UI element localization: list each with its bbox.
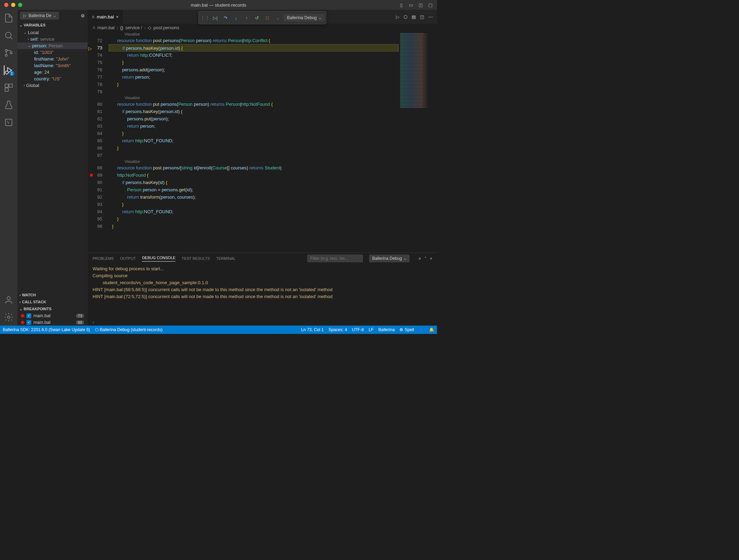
debug-session-select[interactable]: Ballerina Debug⌵ xyxy=(369,255,410,262)
sb-encoding[interactable]: UTF-8 xyxy=(352,327,364,332)
breadcrumb[interactable]: ⑃ main.bal› {} service /› ◇ post:persons xyxy=(88,24,437,32)
activity-bar: 1 xyxy=(0,10,17,326)
layout-icon-2[interactable]: ▭ xyxy=(408,2,414,8)
layout-icon-3[interactable]: ◫ xyxy=(418,2,424,8)
svg-point-1 xyxy=(5,49,7,51)
scope-local[interactable]: ⌄Local xyxy=(17,29,88,36)
gear-icon[interactable]: ⚙ xyxy=(81,13,85,18)
continue-button[interactable]: ▷| xyxy=(210,13,220,23)
filter-input[interactable] xyxy=(307,255,363,262)
ballerina-icon[interactable] xyxy=(4,118,14,127)
var-id[interactable]: id: "1003" xyxy=(17,49,88,56)
run-icon[interactable]: ▷ xyxy=(396,14,399,19)
codelens-visualize[interactable]: Visualize xyxy=(109,32,399,37)
breakpoint-file: main.bal xyxy=(33,320,50,325)
explorer-icon[interactable] xyxy=(4,13,14,23)
execution-pointer-icon: ▷ xyxy=(88,45,92,52)
variables-section-header[interactable]: ⌄Variables xyxy=(17,22,88,29)
stop-button[interactable]: □ xyxy=(263,13,272,23)
code-editor[interactable]: Visualize resource function post persons… xyxy=(109,32,399,253)
var-firstName[interactable]: firstName: "John" xyxy=(17,56,88,62)
step-out-button[interactable]: ↑ xyxy=(242,13,252,23)
debug-toolbar[interactable]: ⋮⋮ ▷| ↷ ↓ ↑ ↺ □ ⌵ Ballerina Debug⌵ xyxy=(198,11,326,24)
debug-console-input[interactable]: › xyxy=(88,319,437,326)
codelens-visualize[interactable]: Visualize xyxy=(109,95,399,101)
source-control-icon[interactable] xyxy=(4,48,14,58)
layout-icon[interactable]: ▤ xyxy=(412,14,416,19)
sb-position[interactable]: Ln 73, Col 1 xyxy=(301,327,324,332)
scope-global[interactable]: ›Global xyxy=(17,82,88,89)
maximize-window[interactable] xyxy=(18,3,22,7)
codelens-visualize[interactable]: Visualize xyxy=(109,159,399,164)
chevron-down-icon: ⌵ xyxy=(53,13,56,18)
step-into-button[interactable]: ↓ xyxy=(231,13,241,23)
var-age[interactable]: age: 24 xyxy=(17,69,88,75)
account-icon[interactable] xyxy=(4,295,14,305)
split-editor-icon[interactable]: ◫ xyxy=(420,14,424,19)
var-person[interactable]: ⌄person: Person xyxy=(17,42,88,49)
sb-sdk[interactable]: Ballerina SDK: 2201.6.0 (Swan Lake Updat… xyxy=(3,327,90,332)
var-lastName[interactable]: lastName: "Smith" xyxy=(17,62,88,69)
sb-spaces[interactable]: Spaces: 4 xyxy=(328,327,347,332)
sb-spell[interactable]: ⚙Spell xyxy=(399,327,414,332)
sb-debug[interactable]: ⬡Ballerina Debug (student-records) xyxy=(95,327,162,332)
breakpoints-section-header[interactable]: ⌄Breakpoints xyxy=(17,305,88,312)
close-panel-icon[interactable]: × xyxy=(430,256,432,261)
tab-label: main.bal xyxy=(97,14,114,19)
tab-main-bal[interactable]: ⑃ main.bal × xyxy=(88,10,123,24)
layout-icon-4[interactable]: ▢ xyxy=(427,2,434,8)
debug-icon[interactable]: 1 xyxy=(4,65,14,75)
tab-debug-console[interactable]: DEBUG CONSOLE xyxy=(142,256,175,262)
watch-section-header[interactable]: ›Watch xyxy=(17,291,88,298)
titlebar: main.bal — student-records ▯ ▭ ◫ ▢ xyxy=(0,0,437,10)
settings-gear-icon[interactable] xyxy=(4,312,14,322)
sb-lang[interactable]: Ballerina xyxy=(379,327,395,332)
sb-bell-icon[interactable]: 🔔 xyxy=(429,327,434,332)
checkbox-icon[interactable]: ✓ xyxy=(26,320,31,325)
minimap[interactable] xyxy=(399,32,437,253)
search-icon[interactable] xyxy=(4,31,14,40)
var-country[interactable]: country: "US" xyxy=(17,75,88,82)
debug-target-select[interactable]: Ballerina Debug⌵ xyxy=(284,14,325,22)
svg-point-3 xyxy=(10,52,12,54)
minimize-window[interactable] xyxy=(11,3,15,7)
gutter[interactable]: 72 ▷73 74 75 76 77 78 79 80 81 82 83 84 … xyxy=(88,32,109,253)
close-window[interactable] xyxy=(4,3,8,7)
step-over-button[interactable]: ↷ xyxy=(221,13,231,23)
breakpoint-icon[interactable] xyxy=(90,174,93,177)
tab-output[interactable]: OUTPUT xyxy=(120,256,136,261)
debug-alt-icon[interactable]: ⬡ xyxy=(404,14,407,19)
debug-console-output[interactable]: Waiting for debug process to start... Co… xyxy=(88,264,437,319)
eye-icon: ⚙ xyxy=(399,327,403,332)
svg-point-10 xyxy=(8,316,10,319)
var-self[interactable]: ›self: service xyxy=(17,36,88,42)
svg-rect-7 xyxy=(5,88,8,91)
drag-handle-icon[interactable]: ⋮⋮ xyxy=(200,13,210,23)
more-icon[interactable]: ⋯ xyxy=(428,14,433,19)
breakpoint-row[interactable]: ✓ main.bal 89 xyxy=(17,319,88,326)
restart-button[interactable]: ↺ xyxy=(252,13,262,23)
breakpoint-file: main.bal xyxy=(33,313,50,318)
breakpoint-dot-icon xyxy=(21,314,24,318)
sb-feedback-icon[interactable]: 👤 xyxy=(419,327,424,332)
ballerina-file-icon: ⑃ xyxy=(92,14,95,19)
statusbar: Ballerina SDK: 2201.6.0 (Swan Lake Updat… xyxy=(0,326,437,334)
debug-config-label: Ballerina De xyxy=(29,13,51,18)
filter-icon[interactable]: ≡ xyxy=(419,256,421,261)
svg-rect-5 xyxy=(5,84,8,87)
testing-icon[interactable] xyxy=(4,100,14,110)
callstack-section-header[interactable]: ›Call Stack xyxy=(17,298,88,305)
sb-eol[interactable]: LF xyxy=(369,327,374,332)
checkbox-icon[interactable]: ✓ xyxy=(26,313,31,318)
close-icon[interactable]: × xyxy=(116,14,119,19)
extensions-icon[interactable] xyxy=(4,83,14,93)
tab-test-results[interactable]: TEST RESULTS xyxy=(182,256,210,261)
chevron-down-icon[interactable]: ⌵ xyxy=(273,13,283,23)
window-controls xyxy=(0,3,22,7)
chevron-up-icon[interactable]: ˄ xyxy=(424,256,427,261)
tab-problems[interactable]: PROBLEMS xyxy=(93,256,114,261)
debug-config-select[interactable]: ▷ Ballerina De ⌵ xyxy=(20,12,59,19)
breakpoint-row[interactable]: ✓ main.bal 73 xyxy=(17,312,88,319)
layout-icon-1[interactable]: ▯ xyxy=(398,2,404,8)
tab-terminal[interactable]: TERMINAL xyxy=(216,256,236,261)
